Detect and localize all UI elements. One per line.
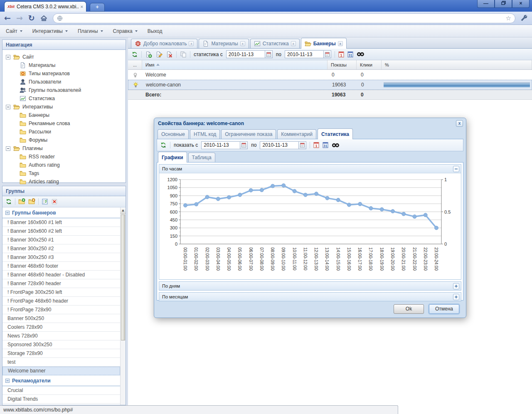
tree-node-2-1[interactable]: Authors rating bbox=[4, 161, 124, 169]
browser-tab[interactable]: Xbit Cetera CMS 3.0.2 www.xbi... × bbox=[4, 1, 86, 12]
group-list-item[interactable]: ! Banner 468x60 footer bbox=[2, 262, 120, 271]
group-list-item[interactable]: ! Banner 300x250 #3 bbox=[2, 253, 120, 262]
main-tab-1[interactable]: Материалы x bbox=[199, 39, 249, 48]
menu-item-2[interactable]: Плагины bbox=[78, 28, 103, 34]
tab-close-icon[interactable]: x bbox=[240, 41, 245, 46]
panel-header-0[interactable]: По часам bbox=[159, 165, 461, 173]
show-from-input[interactable] bbox=[201, 141, 240, 149]
column-header-percent[interactable]: % bbox=[382, 60, 532, 69]
tree-node-0-3[interactable]: Группы пользователей bbox=[4, 86, 124, 94]
group-list-item[interactable]: Welcome banner bbox=[2, 367, 120, 375]
group-list-item[interactable]: ! Banner 300x250 #1 bbox=[2, 236, 120, 244]
tree-node-2-3[interactable]: Articles rating bbox=[4, 177, 124, 186]
column-header-dots[interactable]: ... bbox=[128, 60, 142, 69]
reload-icon[interactable]: ↻ bbox=[28, 14, 35, 22]
add-group-icon[interactable] bbox=[18, 198, 25, 205]
group-list-item[interactable]: Digital Trends bbox=[2, 395, 120, 404]
dialog-tab-0[interactable]: Основные bbox=[158, 129, 189, 139]
stats-from-input[interactable] bbox=[226, 50, 265, 58]
delete-group-icon[interactable] bbox=[51, 198, 58, 205]
refresh-icon[interactable] bbox=[131, 51, 138, 58]
collapse-minus-icon[interactable] bbox=[5, 211, 10, 215]
calendar-picker-icon[interactable] bbox=[324, 50, 331, 58]
group-list-item[interactable]: Sponsored 300x250 bbox=[2, 340, 120, 349]
group-list-item[interactable]: Banner 500x250 bbox=[2, 314, 120, 323]
day-calendar-icon[interactable]: 1 bbox=[313, 142, 319, 148]
calendar-picker-icon[interactable] bbox=[240, 141, 248, 149]
dialog-subtab-1[interactable]: Таблица bbox=[188, 153, 215, 162]
add-subgroup-icon[interactable] bbox=[28, 198, 35, 205]
menu-item-1[interactable]: Интерактивы bbox=[32, 28, 68, 34]
group-list-item[interactable]: Coolers 728x90 bbox=[2, 323, 120, 332]
group-section-header-1[interactable]: Рекламодатели bbox=[2, 376, 120, 386]
back-icon[interactable]: ← bbox=[4, 14, 11, 22]
tree-node-0-1[interactable]: Типы материалов bbox=[4, 69, 124, 78]
link-period-icon[interactable] bbox=[332, 143, 340, 148]
dialog-tab-1[interactable]: HTML код bbox=[190, 129, 220, 139]
stats-to-input[interactable] bbox=[285, 50, 324, 58]
tab-close-icon[interactable]: x bbox=[338, 41, 343, 46]
tree-node-root-1[interactable]: Интерактивы bbox=[4, 103, 124, 111]
dialog-tab-3[interactable]: Комментарий bbox=[277, 129, 316, 139]
month-calendar-icon[interactable]: 31 bbox=[323, 142, 328, 148]
forward-icon[interactable]: → bbox=[16, 14, 23, 22]
tree-node-root-0[interactable]: Сайт bbox=[4, 53, 124, 61]
group-section-header-0[interactable]: Группы баннеров bbox=[2, 208, 120, 218]
table-row[interactable]: welcome-canon 19063 0 bbox=[128, 80, 532, 90]
bookmark-star-icon[interactable]: ☆ bbox=[506, 15, 511, 22]
expand-plus-icon[interactable] bbox=[453, 294, 459, 300]
refresh-icon[interactable] bbox=[160, 142, 167, 148]
group-list-item[interactable]: ! Banner 160x600 #2 left bbox=[2, 227, 120, 236]
collapse-minus-icon[interactable] bbox=[453, 166, 459, 172]
home-icon[interactable] bbox=[40, 15, 47, 22]
tab-close-icon[interactable]: x bbox=[291, 41, 296, 46]
groups-scrollbar[interactable]: ▲ bbox=[120, 207, 126, 405]
group-list-item[interactable]: ! FrontPage 728x90 bbox=[2, 306, 120, 314]
group-list-item[interactable]: ! Banner 468x60 header - Disabled bbox=[2, 271, 120, 279]
tree-node-1-0[interactable]: Баннеры bbox=[4, 111, 124, 119]
collapse-minus-icon[interactable] bbox=[4, 105, 12, 109]
ok-button[interactable]: Ok bbox=[394, 304, 424, 314]
scroll-up-icon[interactable]: ▲ bbox=[121, 207, 126, 214]
window-restore-button[interactable] bbox=[495, 0, 512, 8]
group-list-item[interactable]: ! FrontPage 300x250 left bbox=[2, 288, 120, 297]
copy-icon[interactable] bbox=[180, 51, 187, 58]
tree-node-1-3[interactable]: Форумы bbox=[4, 136, 124, 144]
group-list-item[interactable]: ! Banner 300x250 #2 bbox=[2, 244, 120, 253]
group-list-item[interactable]: Storage 728x90 bbox=[2, 349, 120, 358]
address-bar[interactable]: ☆ bbox=[53, 13, 515, 23]
tree-node-1-1[interactable]: Рекламные слова bbox=[4, 119, 124, 128]
column-header-shows[interactable]: Показы bbox=[328, 60, 357, 69]
tree-node-0-2[interactable]: Пользователи bbox=[4, 78, 124, 86]
dialog-tab-2[interactable]: Ограничение показа bbox=[221, 129, 276, 139]
month-calendar-icon[interactable]: 31 bbox=[347, 51, 353, 58]
tree-node-2-2[interactable]: Tags bbox=[4, 169, 124, 177]
menu-item-4[interactable]: Выход bbox=[148, 28, 163, 34]
collapse-minus-icon[interactable] bbox=[4, 146, 12, 151]
dialog-close-icon[interactable]: x bbox=[456, 120, 463, 127]
panel-header-1[interactable]: По дням bbox=[159, 282, 461, 290]
table-row[interactable]: Welcome 0 0 bbox=[128, 70, 532, 80]
group-list-item[interactable]: ! Banner 160x600 #1 left bbox=[2, 218, 120, 227]
window-close-button[interactable]: × bbox=[512, 0, 530, 8]
new-tab-button[interactable]: + bbox=[90, 3, 105, 12]
group-list-item[interactable]: ! Banner 728x90 header bbox=[2, 279, 120, 288]
group-list-item[interactable]: Crucial bbox=[2, 386, 120, 395]
delete-banner-icon[interactable] bbox=[166, 51, 173, 58]
main-tab-3[interactable]: Баннеры x bbox=[301, 38, 347, 49]
calendar-picker-icon[interactable] bbox=[265, 50, 273, 58]
column-header-name[interactable]: Имя bbox=[142, 60, 328, 69]
tree-node-0-4[interactable]: Статистика bbox=[4, 94, 124, 103]
refresh-icon[interactable] bbox=[5, 198, 12, 205]
dialog-subtab-0[interactable]: Графики bbox=[158, 152, 187, 163]
group-list-item[interactable]: News 728x90 bbox=[2, 332, 120, 340]
collapse-minus-icon[interactable] bbox=[5, 379, 10, 383]
expand-plus-icon[interactable] bbox=[453, 283, 459, 289]
tree-node-1-2[interactable]: Рассылки bbox=[4, 128, 124, 136]
menu-item-0[interactable]: Сайт bbox=[6, 28, 22, 34]
edit-banner-icon[interactable] bbox=[155, 51, 163, 58]
column-header-clicks[interactable]: Клики bbox=[357, 60, 382, 69]
day-calendar-icon[interactable]: 1 bbox=[338, 51, 344, 58]
checklist-icon[interactable] bbox=[42, 198, 48, 205]
tree-node-root-2[interactable]: Плагины bbox=[4, 144, 124, 153]
